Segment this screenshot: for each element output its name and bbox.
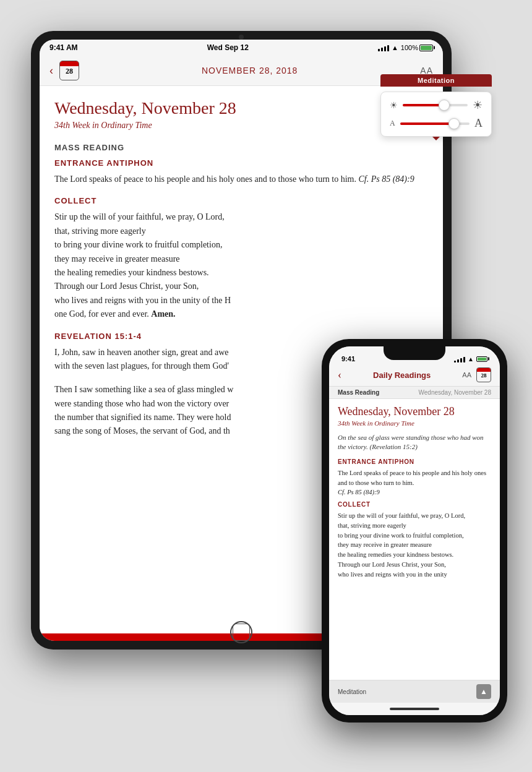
iphone-back-button[interactable]: ‹	[338, 369, 341, 382]
toolbar-date: NOVEMBER 28, 2018	[202, 66, 298, 75]
settings-panel: ☀ ☀ A A	[380, 92, 492, 137]
iphone-nav-title: Daily Readings	[373, 371, 431, 380]
collect-text: Stir up the will of your faithful, we pr…	[54, 210, 428, 321]
font-slider[interactable]	[400, 122, 470, 125]
iphone-tab-row: Mass Reading Wednesday, November 28	[329, 387, 500, 399]
signal-bar-2	[381, 48, 383, 51]
iphone-content: Wednesday, November 28 34th Week in Ordi…	[329, 399, 500, 680]
brightness-slider[interactable]	[403, 104, 468, 106]
ipad-date: Wed Sep 12	[207, 43, 249, 52]
page-heading: Wednesday, November 28	[54, 98, 428, 118]
iphone-wifi-icon: ▲	[468, 356, 474, 362]
font-large-label: A	[474, 117, 483, 130]
iphone-entrance-heading: ENTRANCE ANTIPHON	[338, 458, 491, 465]
font-thumb[interactable]	[448, 118, 460, 129]
signal-bar-4	[387, 45, 389, 51]
iphone-bar-1	[454, 361, 456, 362]
ipad-home-inner	[233, 624, 250, 641]
iphone-device: 9:41 ▲ ‹ Daily Readings	[322, 339, 507, 723]
meditation-ribbon-label[interactable]: Meditation	[380, 74, 492, 87]
calendar-icon-top	[60, 61, 79, 66]
home-indicator	[390, 708, 439, 710]
signal-bar-1	[378, 49, 380, 51]
sun-large-icon: ☀	[473, 98, 483, 112]
iphone-cal-number: 28	[481, 372, 486, 379]
iphone-toolbar: ‹ Daily Readings AA 28	[329, 365, 500, 387]
entrance-antiphon-heading: ENTRANCE ANTIPHON	[54, 158, 428, 168]
iphone-battery-fill	[478, 358, 486, 361]
ipad-home-button[interactable]	[230, 621, 252, 643]
font-fill	[400, 122, 452, 125]
ipad-time: 9:41 AM	[49, 43, 78, 52]
entrance-antiphon-text: The Lord speaks of peace to his people a…	[54, 173, 428, 186]
iphone-tab-label: Mass Reading	[338, 389, 379, 396]
iphone-toolbar-right: AA 28	[462, 367, 491, 382]
iphone-battery-icon	[476, 356, 487, 362]
iphone-status-right: ▲	[454, 355, 487, 362]
iphone-date-heading: Wednesday, November 28	[338, 405, 491, 418]
scene: 9:41 AM Wed Sep 12 ▲ 100%	[0, 0, 532, 772]
iphone-bottom-bar: Meditation ▲	[329, 680, 500, 703]
battery-container: 100%	[401, 44, 433, 51]
battery-percent: 100%	[401, 44, 418, 51]
iphone-quote-text: On the sea of glass were standing those …	[338, 433, 491, 452]
iphone-entrance-text: The Lord speaks of peace to his people a…	[338, 468, 491, 497]
iphone-home-bar	[329, 703, 500, 715]
iphone-bar-4	[463, 357, 465, 362]
iphone-time: 9:41	[341, 355, 355, 362]
calendar-icon[interactable]: 28	[59, 61, 79, 80]
signal-bar-3	[384, 46, 386, 51]
iphone-date-sub: 34th Week in Ordinary Time	[338, 419, 491, 427]
brightness-thumb[interactable]	[439, 100, 450, 111]
calendar-number: 28	[66, 67, 73, 75]
iphone-notch	[384, 346, 445, 360]
iphone-bar-2	[457, 359, 459, 362]
iphone-calendar-icon[interactable]: 28	[476, 367, 491, 382]
iphone-screen: 9:41 ▲ ‹ Daily Readings	[329, 346, 500, 715]
iphone-aa-button[interactable]: AA	[462, 371, 471, 379]
iphone-cal-top	[477, 368, 491, 372]
iphone-meditation-label[interactable]: Meditation	[338, 688, 366, 695]
iphone-collect-heading: COLLECT	[338, 501, 491, 508]
iphone-collect-text: Stir up the will of your faithful, we pr…	[338, 511, 491, 579]
mass-reading-label: MASS READING	[54, 143, 428, 152]
iphone-scroll-up-button[interactable]: ▲	[476, 684, 491, 699]
page-subheading: 34th Week in Ordinary Time	[54, 121, 428, 131]
ipad-camera	[239, 35, 244, 40]
ipad-status-indicators: ▲ 100%	[378, 44, 433, 51]
iphone-quote: On the sea of glass were standing those …	[338, 433, 491, 452]
signal-bars-icon	[378, 44, 389, 51]
font-small-label: A	[390, 119, 395, 128]
meditation-popup: Meditation ☀ ☀ A A	[380, 74, 492, 137]
ipad-status-bar: 9:41 AM Wed Sep 12 ▲ 100%	[40, 40, 443, 56]
battery-fill	[421, 46, 432, 50]
brightness-fill	[403, 104, 442, 106]
iphone-signal-icon	[454, 355, 465, 362]
iphone-bar-3	[460, 358, 462, 362]
wifi-icon: ▲	[392, 44, 398, 51]
collect-heading: COLLECT	[54, 196, 428, 205]
battery-icon	[419, 45, 433, 51]
iphone-tab-date: Wednesday, November 28	[419, 389, 491, 396]
back-button[interactable]: ‹	[49, 64, 53, 77]
sun-small-icon: ☀	[390, 100, 398, 111]
brightness-row: ☀ ☀	[390, 98, 483, 112]
font-size-row: A A	[390, 117, 483, 130]
